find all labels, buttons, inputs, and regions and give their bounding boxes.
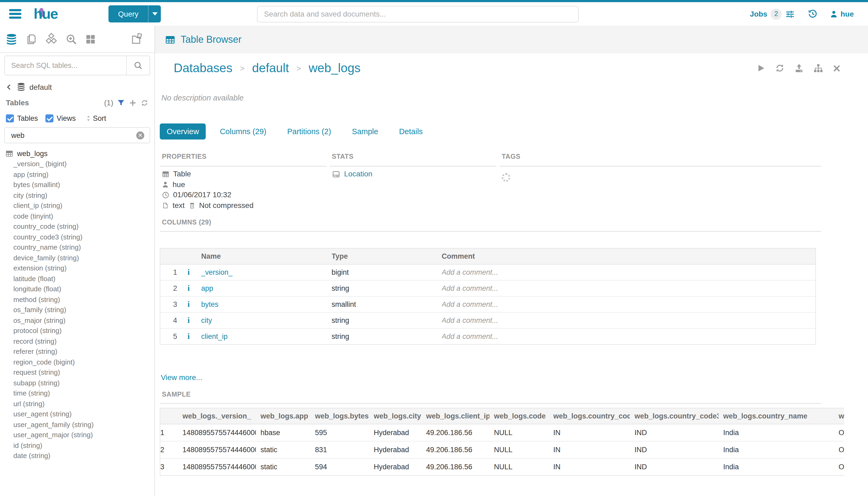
column-list-item[interactable]: longitude (float) [0,284,154,294]
hamburger-menu-icon[interactable] [9,7,21,20]
global-search-input[interactable] [257,5,579,22]
column-list-item[interactable]: latitude (float) [0,274,154,284]
column-list-item[interactable]: user_agent (string) [0,409,154,419]
column-list-item[interactable]: id (string) [0,440,154,451]
breadcrumb-databases[interactable]: Databases [174,61,233,75]
apps-grid-source-icon[interactable] [85,33,96,45]
columns-header-comment: Comment [442,248,816,264]
jobs-link[interactable]: Jobs [750,10,767,18]
column-type: bigint [332,264,442,280]
column-name-link[interactable]: app [201,284,213,292]
column-list-item[interactable]: date (string) [0,451,154,461]
column-comment[interactable]: Add a comment... [442,280,816,296]
filter-funnel-icon[interactable] [117,98,125,107]
location-link[interactable]: Location [344,169,373,179]
refresh-table-icon[interactable] [775,63,785,73]
tables-checkbox[interactable] [6,114,14,122]
column-list-item[interactable]: device_family (string) [0,252,154,263]
column-list-item[interactable]: city (string) [0,190,154,200]
column-list-item[interactable]: request (string) [0,367,154,377]
column-list-item[interactable]: subapp (string) [0,377,154,388]
sort-control[interactable]: Sort [85,114,106,122]
tab-overview[interactable]: Overview [160,123,206,140]
column-list-item[interactable]: method (string) [0,294,154,305]
tab-details[interactable]: Details [392,123,430,140]
table-list-item[interactable]: web_logs [0,148,154,159]
column-name-link[interactable]: city [201,316,212,324]
add-icon[interactable] [129,98,137,107]
sample-cell: IND [630,458,719,476]
user-icon[interactable] [830,10,838,18]
breadcrumb-table[interactable]: web_logs [309,61,360,75]
column-comment[interactable]: Add a comment... [442,296,816,312]
query-play-icon[interactable] [757,64,766,73]
column-list-item[interactable]: _version_ (bigint) [0,159,154,169]
username-label[interactable]: hue [840,10,854,18]
query-dropdown-caret[interactable] [148,5,161,22]
column-name-link[interactable]: _version_ [201,268,233,276]
documents-source-icon[interactable] [25,33,37,45]
sample-cell: 1480895575574446000 [178,458,256,476]
sidebar-search-button[interactable] [126,56,149,75]
column-list-item[interactable]: code (tinyint) [0,211,154,221]
clear-filter-icon[interactable]: ✕ [136,131,144,139]
column-list-item[interactable]: referer (string) [0,346,154,357]
table-grid-icon [5,150,13,157]
column-list-item[interactable]: country_name (string) [0,242,154,252]
column-list-item[interactable]: app (string) [0,169,154,180]
info-icon[interactable]: i [188,316,190,324]
column-list-item[interactable]: record (string) [0,336,154,346]
column-list-item[interactable]: extension (string) [0,263,154,274]
column-comment[interactable]: Add a comment... [442,264,816,280]
column-list-item[interactable]: user_agent_major (string) [0,430,154,440]
column-comment[interactable]: Add a comment... [442,328,816,344]
column-name-link[interactable]: client_ip [201,332,227,340]
chevron-left-icon[interactable] [5,83,13,91]
query-button[interactable]: Query [109,5,161,22]
views-checkbox[interactable] [45,114,53,122]
sliders-icon[interactable] [786,9,794,18]
column-list-item[interactable]: time (string) [0,388,154,399]
search-index-source-icon[interactable] [65,33,78,45]
column-list-item[interactable]: client_ip (string) [0,200,154,211]
column-list-item[interactable]: os_major (string) [0,315,154,326]
top-accent-strip [0,0,868,2]
info-icon[interactable]: i [188,300,190,308]
info-icon[interactable]: i [188,332,190,340]
columns-header-name: Name [196,248,332,264]
tab-partitions-2[interactable]: Partitions (2) [280,123,338,140]
tab-sample[interactable]: Sample [345,123,385,140]
info-icon[interactable]: i [188,284,190,292]
column-type: smallint [332,296,442,312]
column-comment[interactable]: Add a comment... [442,312,816,328]
hdfs-source-icon[interactable] [45,33,58,45]
history-icon[interactable] [808,9,818,19]
folder-documents-icon[interactable] [131,33,144,45]
sql-source-icon[interactable] [5,33,18,45]
hue-app: hue Query Jobs 2 hue [0,0,868,496]
close-icon[interactable] [833,64,841,73]
table-filter-input[interactable] [5,131,136,139]
sample-row-number: 2 [160,441,178,458]
column-list-item[interactable]: protocol (string) [0,326,154,336]
column-list-item[interactable]: url (string) [0,399,154,409]
column-info-cell: i [182,296,196,312]
column-list-item[interactable]: user_agent_family (string) [0,419,154,430]
info-icon[interactable]: i [188,268,190,276]
column-list-item[interactable]: region_code (bigint) [0,357,154,367]
refresh-icon[interactable] [141,98,148,107]
sidebar-search-input[interactable] [5,56,126,75]
column-name-link[interactable]: bytes [201,300,219,308]
breadcrumb-database[interactable]: default [252,61,289,75]
tab-columns-29[interactable]: Columns (29) [213,123,273,140]
database-name[interactable]: default [29,82,52,91]
sitemap-lineage-icon[interactable] [813,63,823,73]
column-list-item[interactable]: os_family (string) [0,305,154,315]
import-upload-icon[interactable] [794,63,804,73]
column-list-item[interactable]: country_code3 (string) [0,232,154,242]
column-list-item[interactable]: bytes (smallint) [0,180,154,190]
view-more-link[interactable]: View more... [161,373,868,382]
stats-section: STATS Location [330,153,496,211]
column-list-item[interactable]: country_code (string) [0,221,154,232]
hue-logo[interactable]: hue [34,5,58,22]
